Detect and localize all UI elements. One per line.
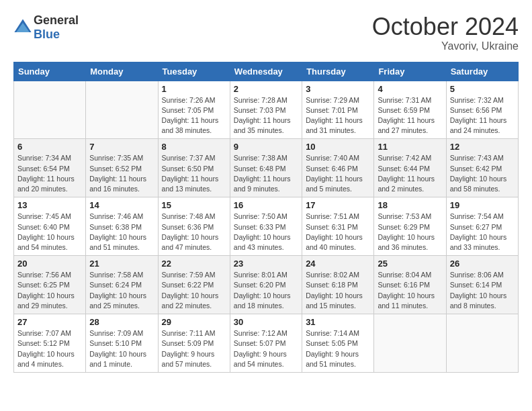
calendar-cell: 28Sunrise: 7:09 AM Sunset: 5:10 PM Dayli… [86, 314, 158, 373]
calendar-cell [374, 314, 446, 373]
calendar-cell: 26Sunrise: 8:06 AM Sunset: 6:14 PM Dayli… [446, 256, 518, 314]
day-info: Sunrise: 7:09 AM Sunset: 5:10 PM Dayligh… [89, 328, 154, 369]
day-number: 25 [378, 259, 442, 269]
day-info: Sunrise: 7:50 AM Sunset: 6:33 PM Dayligh… [234, 212, 298, 253]
day-info: Sunrise: 7:07 AM Sunset: 5:12 PM Dayligh… [17, 328, 82, 369]
day-number: 31 [306, 317, 370, 327]
week-row-5: 27Sunrise: 7:07 AM Sunset: 5:12 PM Dayli… [14, 314, 519, 373]
calendar-cell: 10Sunrise: 7:40 AM Sunset: 6:46 PM Dayli… [302, 139, 374, 197]
calendar-cell: 9Sunrise: 7:38 AM Sunset: 6:48 PM Daylig… [230, 139, 302, 197]
calendar-body: 1Sunrise: 7:26 AM Sunset: 7:05 PM Daylig… [14, 81, 519, 372]
day-info: Sunrise: 8:01 AM Sunset: 6:20 PM Dayligh… [234, 270, 298, 311]
logo-blue: Blue [34, 28, 60, 41]
day-number: 7 [89, 142, 154, 152]
day-number: 4 [378, 84, 442, 94]
calendar-cell: 30Sunrise: 7:12 AM Sunset: 5:07 PM Dayli… [230, 314, 302, 373]
day-info: Sunrise: 8:06 AM Sunset: 6:14 PM Dayligh… [450, 270, 515, 311]
day-number: 23 [234, 259, 298, 269]
day-info: Sunrise: 7:45 AM Sunset: 6:40 PM Dayligh… [17, 212, 82, 253]
day-number: 29 [162, 317, 226, 327]
header-saturday: Saturday [446, 62, 518, 81]
header-sunday: Sunday [14, 62, 86, 81]
calendar-cell: 17Sunrise: 7:51 AM Sunset: 6:31 PM Dayli… [302, 197, 374, 256]
day-number: 9 [234, 142, 298, 152]
day-info: Sunrise: 7:54 AM Sunset: 6:27 PM Dayligh… [450, 212, 515, 253]
day-number: 10 [306, 142, 370, 152]
day-number: 8 [162, 142, 226, 152]
week-row-4: 20Sunrise: 7:56 AM Sunset: 6:25 PM Dayli… [14, 256, 519, 314]
header-wednesday: Wednesday [230, 62, 302, 81]
day-number: 27 [17, 317, 82, 327]
calendar-cell: 18Sunrise: 7:53 AM Sunset: 6:29 PM Dayli… [374, 197, 446, 256]
day-info: Sunrise: 7:56 AM Sunset: 6:25 PM Dayligh… [17, 270, 82, 311]
day-number: 18 [378, 200, 442, 210]
calendar-cell: 12Sunrise: 7:43 AM Sunset: 6:42 PM Dayli… [446, 139, 518, 197]
calendar-cell: 21Sunrise: 7:58 AM Sunset: 6:24 PM Dayli… [86, 256, 158, 314]
day-number: 14 [89, 200, 154, 210]
day-info: Sunrise: 7:34 AM Sunset: 6:54 PM Dayligh… [17, 153, 82, 194]
day-number: 5 [450, 84, 515, 94]
day-info: Sunrise: 8:04 AM Sunset: 6:16 PM Dayligh… [378, 270, 442, 311]
day-number: 13 [17, 200, 82, 210]
calendar-header-row: SundayMondayTuesdayWednesdayThursdayFrid… [14, 62, 519, 81]
calendar-cell: 19Sunrise: 7:54 AM Sunset: 6:27 PM Dayli… [446, 197, 518, 256]
calendar-cell: 22Sunrise: 7:59 AM Sunset: 6:22 PM Dayli… [158, 256, 230, 314]
day-info: Sunrise: 7:31 AM Sunset: 6:59 PM Dayligh… [378, 95, 442, 136]
day-number: 19 [450, 200, 515, 210]
day-info: Sunrise: 7:32 AM Sunset: 6:56 PM Dayligh… [450, 95, 515, 136]
day-number: 2 [234, 84, 298, 94]
day-info: Sunrise: 7:11 AM Sunset: 5:09 PM Dayligh… [162, 328, 226, 369]
calendar-cell: 27Sunrise: 7:07 AM Sunset: 5:12 PM Dayli… [14, 314, 86, 373]
day-info: Sunrise: 7:38 AM Sunset: 6:48 PM Dayligh… [234, 153, 298, 194]
header-thursday: Thursday [302, 62, 374, 81]
day-number: 21 [89, 259, 154, 269]
day-info: Sunrise: 7:46 AM Sunset: 6:38 PM Dayligh… [89, 212, 154, 253]
calendar-cell: 16Sunrise: 7:50 AM Sunset: 6:33 PM Dayli… [230, 197, 302, 256]
calendar-cell: 3Sunrise: 7:29 AM Sunset: 7:01 PM Daylig… [302, 81, 374, 139]
title-section: October 2024 Yavoriv, Ukraine [372, 13, 519, 52]
calendar-cell: 15Sunrise: 7:48 AM Sunset: 6:36 PM Dayli… [158, 197, 230, 256]
calendar-cell [446, 314, 518, 373]
day-info: Sunrise: 7:29 AM Sunset: 7:01 PM Dayligh… [306, 95, 370, 136]
day-info: Sunrise: 7:40 AM Sunset: 6:46 PM Dayligh… [306, 153, 370, 194]
day-number: 6 [17, 142, 82, 152]
calendar-cell: 7Sunrise: 7:35 AM Sunset: 6:52 PM Daylig… [86, 139, 158, 197]
calendar-cell: 24Sunrise: 8:02 AM Sunset: 6:18 PM Dayli… [302, 256, 374, 314]
day-info: Sunrise: 7:48 AM Sunset: 6:36 PM Dayligh… [162, 212, 226, 253]
calendar-cell: 6Sunrise: 7:34 AM Sunset: 6:54 PM Daylig… [14, 139, 86, 197]
day-number: 20 [17, 259, 82, 269]
day-info: Sunrise: 7:51 AM Sunset: 6:31 PM Dayligh… [306, 212, 370, 253]
day-number: 22 [162, 259, 226, 269]
day-number: 3 [306, 84, 370, 94]
calendar-cell: 13Sunrise: 7:45 AM Sunset: 6:40 PM Dayli… [14, 197, 86, 256]
day-info: Sunrise: 7:12 AM Sunset: 5:07 PM Dayligh… [234, 328, 298, 369]
day-info: Sunrise: 7:35 AM Sunset: 6:52 PM Dayligh… [89, 153, 154, 194]
calendar-cell: 2Sunrise: 7:28 AM Sunset: 7:03 PM Daylig… [230, 81, 302, 139]
week-row-2: 6Sunrise: 7:34 AM Sunset: 6:54 PM Daylig… [14, 139, 519, 197]
calendar-cell: 11Sunrise: 7:42 AM Sunset: 6:44 PM Dayli… [374, 139, 446, 197]
week-row-1: 1Sunrise: 7:26 AM Sunset: 7:05 PM Daylig… [14, 81, 519, 139]
header-monday: Monday [86, 62, 158, 81]
day-number: 11 [378, 142, 442, 152]
day-info: Sunrise: 7:26 AM Sunset: 7:05 PM Dayligh… [162, 95, 226, 136]
week-row-3: 13Sunrise: 7:45 AM Sunset: 6:40 PM Dayli… [14, 197, 519, 256]
day-number: 24 [306, 259, 370, 269]
day-number: 30 [234, 317, 298, 327]
day-info: Sunrise: 7:14 AM Sunset: 5:05 PM Dayligh… [306, 328, 370, 369]
day-number: 28 [89, 317, 154, 327]
logo-icon [13, 18, 32, 37]
calendar-cell: 8Sunrise: 7:37 AM Sunset: 6:50 PM Daylig… [158, 139, 230, 197]
calendar-cell [14, 81, 86, 139]
calendar-cell: 4Sunrise: 7:31 AM Sunset: 6:59 PM Daylig… [374, 81, 446, 139]
day-info: Sunrise: 8:02 AM Sunset: 6:18 PM Dayligh… [306, 270, 370, 311]
day-info: Sunrise: 7:59 AM Sunset: 6:22 PM Dayligh… [162, 270, 226, 311]
month-year-title: October 2024 [372, 13, 519, 40]
calendar-cell: 5Sunrise: 7:32 AM Sunset: 6:56 PM Daylig… [446, 81, 518, 139]
calendar-cell: 23Sunrise: 8:01 AM Sunset: 6:20 PM Dayli… [230, 256, 302, 314]
location-subtitle: Yavoriv, Ukraine [372, 40, 519, 52]
day-number: 15 [162, 200, 226, 210]
day-info: Sunrise: 7:53 AM Sunset: 6:29 PM Dayligh… [378, 212, 442, 253]
calendar-cell: 1Sunrise: 7:26 AM Sunset: 7:05 PM Daylig… [158, 81, 230, 139]
day-info: Sunrise: 7:58 AM Sunset: 6:24 PM Dayligh… [89, 270, 154, 311]
calendar-cell [86, 81, 158, 139]
